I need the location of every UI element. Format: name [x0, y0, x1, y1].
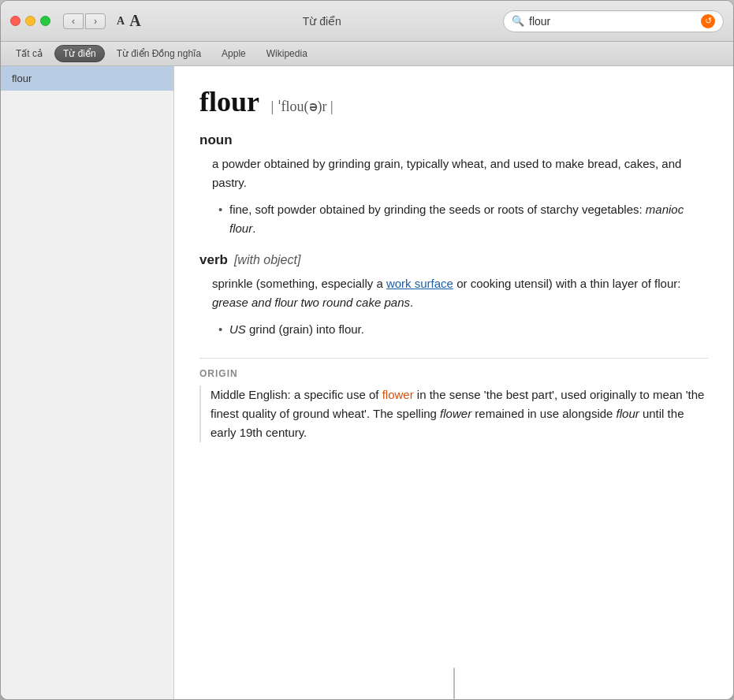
flour-italic: flour [617, 407, 639, 420]
work-surface-link[interactable]: work surface [386, 277, 453, 290]
bullet-item-us: US grind (grain) into flour. [218, 320, 708, 339]
flower-italic: flower [440, 407, 471, 420]
scroll-indicator [453, 668, 455, 699]
origin-section: ORIGIN Middle English: a specific use of… [199, 358, 708, 442]
tab-dictionary[interactable]: Từ điển [54, 45, 105, 62]
tab-wikipedia[interactable]: Wikipedia [258, 45, 316, 62]
titlebar: ‹ › A A Từ điển 🔍 ↺ [1, 1, 733, 42]
verb-section: verb[with object] sprinkle (something, e… [199, 252, 708, 339]
nav-buttons: ‹ › [63, 13, 106, 29]
back-button[interactable]: ‹ [63, 13, 84, 29]
filter-bar: Tất cả Từ điển Từ điển Đồng nghĩa Apple … [1, 42, 733, 66]
bullet-list-noun: fine, soft powder obtained by grinding t… [218, 200, 708, 238]
us-label: US [229, 322, 246, 336]
app-window: ‹ › A A Từ điển 🔍 ↺ Tất cả Từ điển Từ đi… [0, 0, 734, 700]
minimize-button[interactable] [25, 16, 35, 26]
definition-main-verb: sprinkle (something, especially a work s… [212, 274, 708, 312]
search-clear-button[interactable]: ↺ [701, 14, 715, 28]
main-area: flour flour | ˈflou(ə)r | noun a powder … [1, 66, 733, 699]
origin-label: ORIGIN [199, 368, 708, 379]
bullet-list-verb: US grind (grain) into flour. [218, 320, 708, 339]
origin-text: Middle English: a specific use of flower… [199, 385, 708, 442]
forward-button[interactable]: › [85, 13, 106, 29]
word-header: flour | ˈflou(ə)r | [199, 85, 708, 118]
tab-thesaurus[interactable]: Từ điển Đồng nghĩa [108, 45, 210, 62]
pos-verb: verb[with object] [199, 252, 708, 268]
definition-main-noun: a powder obtained by grinding grain, typ… [212, 155, 708, 192]
bullet-item: fine, soft powder obtained by grinding t… [218, 200, 708, 238]
word-title: flour [199, 86, 259, 117]
content-area: flour | ˈflou(ə)r | noun a powder obtain… [174, 66, 733, 699]
search-bar: 🔍 ↺ [503, 10, 724, 32]
flower-link[interactable]: flower [382, 388, 414, 401]
sidebar: flour [1, 66, 174, 699]
font-larger-button[interactable]: A [129, 12, 140, 30]
font-buttons: A A [117, 12, 141, 30]
list-item[interactable]: flour [1, 66, 173, 91]
traffic-lights [10, 16, 50, 26]
pos-noun: noun [199, 132, 708, 148]
pronunciation: | ˈflou(ə)r | [270, 99, 333, 114]
pos-modifier: [with object] [234, 253, 300, 266]
example-text: manioc flour [229, 203, 684, 235]
tab-apple[interactable]: Apple [213, 45, 255, 62]
noun-section: noun a powder obtained by grinding grain… [199, 132, 708, 238]
window-title: Từ điển [147, 15, 497, 28]
close-button[interactable] [10, 16, 20, 26]
tab-all[interactable]: Tất cả [7, 45, 51, 62]
font-smaller-button[interactable]: A [117, 15, 125, 28]
example-italic: grease and flour two round cake pans [212, 296, 410, 309]
maximize-button[interactable] [40, 16, 50, 26]
search-input[interactable] [529, 15, 696, 28]
search-icon: 🔍 [512, 15, 524, 27]
